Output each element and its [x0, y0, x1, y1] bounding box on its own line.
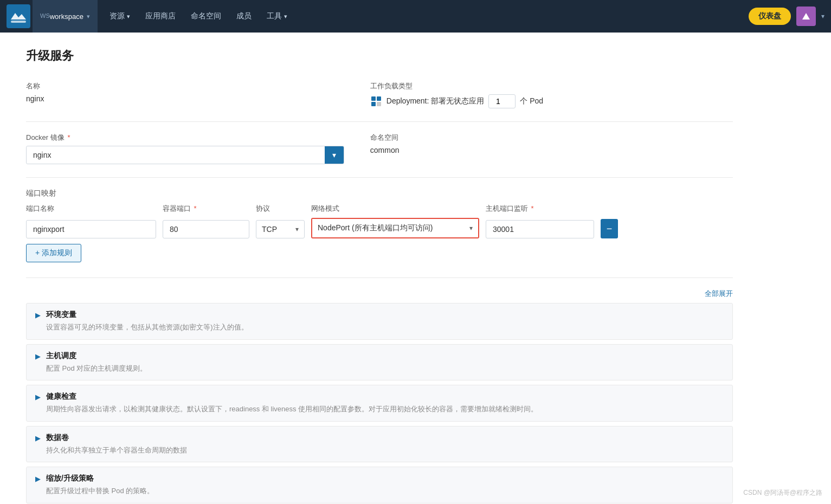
- col-network-mode-label: 网络模式: [311, 204, 479, 214]
- nav-namespace-label: 命名空间: [191, 11, 221, 21]
- navbar-right: 仪表盘 ▾: [749, 7, 824, 26]
- add-rule-button[interactable]: + 添加规则: [26, 244, 81, 262]
- name-value: nginx: [26, 94, 344, 103]
- workload-label: 工作负载类型: [370, 81, 733, 91]
- page-content: 升级服务 名称 nginx 工作负载类型 Deployment: 部署无状态应用: [0, 33, 759, 504]
- protocol-value: TCP: [262, 225, 277, 234]
- port-columns-header: 端口名称 容器端口 * 协议 网络模式 主机端口监听 *: [26, 204, 733, 214]
- accordion-env-title: 环境变量: [46, 310, 724, 320]
- accordion-scaling-content: 缩放/升级策略 配置升级过程中替换 Pod 的策略。: [46, 474, 724, 496]
- accordion-volumes-arrow-icon: ▶: [35, 434, 41, 442]
- network-mode-value: NodePort (所有主机端口均可访问): [318, 223, 433, 233]
- accordion-volumes[interactable]: ▶ 数据卷 持久化和共享独立于单个容器生命周期的数据: [26, 426, 733, 463]
- logo: [7, 4, 30, 28]
- port-row: TCP ▾ NodePort (所有主机端口均可访问) ▾ −: [26, 218, 733, 238]
- expand-all-link[interactable]: 全部展开: [705, 289, 733, 299]
- col-host-port: 主机端口监听 *: [486, 204, 594, 214]
- accordion-scheduling-arrow-icon: ▶: [35, 352, 41, 360]
- accordion-volumes-content: 数据卷 持久化和共享独立于单个容器生命周期的数据: [46, 433, 724, 456]
- accordion-scheduling-content: 主机调度 配置 Pod 对应的主机调度规则。: [46, 351, 724, 374]
- main-nav: 资源 ▾ 应用商店 命名空间 成员 工具 ▾: [102, 0, 295, 33]
- svg-rect-6: [377, 102, 381, 106]
- workload-value: Deployment: 部署无状态应用: [386, 96, 484, 106]
- accordion-volumes-desc: 持久化和共享独立于单个容器生命周期的数据: [46, 445, 724, 456]
- nav-appstore[interactable]: 应用商店: [138, 0, 183, 33]
- name-group: 名称 nginx: [26, 81, 344, 103]
- nav-namespace[interactable]: 命名空间: [183, 0, 229, 33]
- accordion-scaling-header: ▶ 缩放/升级策略 配置升级过程中替换 Pod 的策略。: [35, 474, 724, 496]
- accordion-health-arrow-icon: ▶: [35, 393, 41, 401]
- nav-tools-label: 工具: [267, 11, 282, 21]
- col-port-name: 端口名称: [26, 204, 156, 214]
- nav-resources-label: 资源: [109, 11, 125, 21]
- remove-port-button[interactable]: −: [601, 219, 618, 238]
- nav-members[interactable]: 成员: [229, 0, 259, 33]
- pods-unit: 个 Pod: [520, 96, 543, 106]
- port-section-title: 端口映射: [26, 189, 733, 198]
- workspace-label: WS: [40, 12, 50, 20]
- name-label: 名称: [26, 81, 344, 91]
- nav-tools[interactable]: 工具 ▾: [259, 0, 295, 33]
- network-chevron-icon: ▾: [469, 224, 473, 232]
- svg-rect-5: [371, 102, 376, 106]
- col-protocol: 协议: [256, 204, 305, 214]
- nav-resources[interactable]: 资源 ▾: [102, 0, 138, 33]
- accordion-health-header: ▶ 健康检查 周期性向容器发出请求，以检测其健康状态。默认设置下，readine…: [35, 392, 724, 415]
- workspace-chevron-icon: ▾: [87, 13, 90, 20]
- nav-resources-chevron-icon: ▾: [127, 13, 130, 20]
- accordion-list: ▶ 环境变量 设置容器可见的环境变量，包括从其他资源(如密文等)注入的值。 ▶ …: [26, 303, 733, 503]
- docker-required: *: [66, 133, 70, 141]
- docker-image-input[interactable]: [27, 146, 325, 164]
- user-avatar: [796, 7, 816, 26]
- svg-rect-0: [7, 4, 30, 28]
- col-port-name-label: 端口名称: [26, 204, 156, 214]
- accordion-scheduling-desc: 配置 Pod 对应的主机调度规则。: [46, 363, 724, 374]
- accordion-env-arrow-icon: ▶: [35, 311, 41, 319]
- action-col: −: [601, 219, 622, 238]
- nav-members-label: 成员: [236, 11, 252, 21]
- col-container-port: 容器端口 *: [163, 204, 249, 214]
- accordion-volumes-title: 数据卷: [46, 433, 724, 443]
- accordion-env-vars[interactable]: ▶ 环境变量 设置容器可见的环境变量，包括从其他资源(如密文等)注入的值。: [26, 303, 733, 340]
- container-required: *: [192, 204, 197, 212]
- accordion-health-title: 健康检查: [46, 392, 724, 402]
- accordion-scaling[interactable]: ▶ 缩放/升级策略 配置升级过程中替换 Pod 的策略。: [26, 467, 733, 503]
- port-name-input[interactable]: [26, 220, 156, 238]
- nav-appstore-label: 应用商店: [145, 11, 176, 21]
- workspace-switcher[interactable]: WS workspace ▾: [33, 0, 98, 33]
- protocol-col: TCP ▾: [256, 220, 305, 238]
- accordion-health-desc: 周期性向容器发出请求，以检测其健康状态。默认设置下，readiness 和 li…: [46, 404, 724, 415]
- protocol-select[interactable]: TCP ▾: [256, 220, 305, 238]
- col-container-port-label: 容器端口 *: [163, 204, 249, 214]
- col-protocol-label: 协议: [256, 204, 305, 214]
- host-port-col: [486, 220, 594, 238]
- namespace-group: 命名空间 common: [370, 133, 733, 154]
- nav-tools-chevron-icon: ▾: [284, 13, 287, 20]
- pods-input[interactable]: [488, 94, 516, 108]
- workspace-name: workspace: [50, 12, 83, 21]
- docker-label: Docker 镜像 *: [26, 133, 344, 143]
- name-workload-row: 名称 nginx 工作负载类型 Deployment: 部署无状态应用 个 Po…: [26, 81, 733, 108]
- accordion-env-desc: 设置容器可见的环境变量，包括从其他资源(如密文等)注入的值。: [46, 322, 724, 333]
- host-required: *: [529, 204, 534, 212]
- accordion-env-header: ▶ 环境变量 设置容器可见的环境变量，包括从其他资源(如密文等)注入的值。: [35, 310, 724, 333]
- accordion-volumes-header: ▶ 数据卷 持久化和共享独立于单个容器生命周期的数据: [35, 433, 724, 456]
- accordion-scheduling-header: ▶ 主机调度 配置 Pod 对应的主机调度规则。: [35, 351, 724, 374]
- namespace-label: 命名空间: [370, 133, 733, 143]
- user-menu-chevron-icon[interactable]: ▾: [821, 12, 824, 20]
- docker-dropdown-button[interactable]: ▾: [325, 146, 344, 164]
- network-mode-select[interactable]: NodePort (所有主机端口均可访问) ▾: [311, 218, 479, 238]
- namespace-value: common: [370, 146, 733, 154]
- docker-group: Docker 镜像 * ▾: [26, 133, 344, 164]
- accordion-scheduling[interactable]: ▶ 主机调度 配置 Pod 对应的主机调度规则。: [26, 344, 733, 381]
- accordion-health-check[interactable]: ▶ 健康检查 周期性向容器发出请求，以检测其健康状态。默认设置下，readine…: [26, 385, 733, 422]
- accordion-scaling-desc: 配置升级过程中替换 Pod 的策略。: [46, 486, 724, 496]
- accordion-scaling-title: 缩放/升级策略: [46, 474, 724, 483]
- container-port-input[interactable]: [163, 220, 249, 238]
- svg-rect-3: [371, 96, 376, 101]
- navbar: WS workspace ▾ 资源 ▾ 应用商店 命名空间 成员 工具 ▾ 仪表…: [0, 0, 831, 33]
- host-port-input[interactable]: [486, 220, 594, 238]
- dashboard-button[interactable]: 仪表盘: [749, 8, 791, 25]
- docker-input-wrapper: ▾: [26, 146, 344, 164]
- accordion-env-content: 环境变量 设置容器可见的环境变量，包括从其他资源(如密文等)注入的值。: [46, 310, 724, 333]
